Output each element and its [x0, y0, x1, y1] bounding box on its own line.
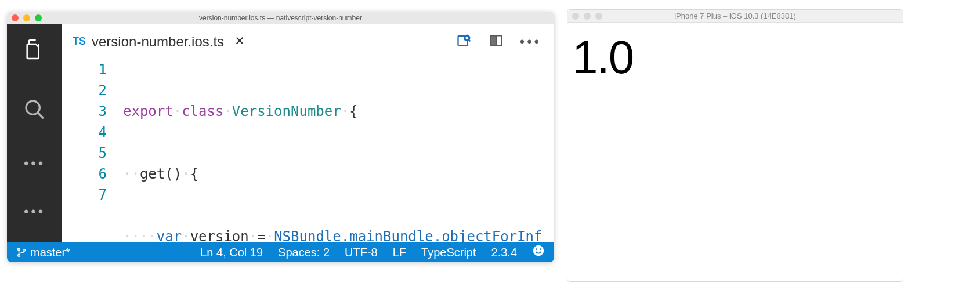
simulator-window-controls: [572, 13, 602, 20]
status-lncol[interactable]: Ln 4, Col 19: [200, 246, 263, 259]
status-spaces[interactable]: Spaces: 2: [278, 246, 330, 259]
editor-actions: •••: [456, 32, 554, 51]
window-title: version-number.ios.ts — nativescript-ver…: [7, 14, 554, 22]
code-line[interactable]: ····var·version·=·NSBundle.mainBundle.ob…: [123, 226, 554, 242]
line-number: 5: [62, 143, 107, 164]
line-number: 1: [62, 59, 107, 80]
svg-point-13: [23, 249, 26, 251]
status-encoding[interactable]: UTF-8: [345, 246, 378, 259]
vscode-titlebar[interactable]: version-number.ios.ts — nativescript-ver…: [7, 12, 554, 24]
preview-icon[interactable]: [456, 32, 472, 51]
version-display-text: 1.0: [572, 34, 898, 81]
git-branch-icon: [16, 247, 27, 258]
simulator-title: iPhone 7 Plus – iOS 10.3 (14E8301): [567, 12, 903, 20]
svg-point-11: [18, 248, 20, 251]
explorer-icon[interactable]: [21, 36, 49, 64]
more-actions-icon[interactable]: •••: [520, 34, 541, 50]
window-controls: [12, 14, 42, 21]
svg-point-14: [533, 245, 544, 256]
tab-file[interactable]: TS version-number.ios.ts: [62, 24, 255, 59]
tab-filename: version-number.ios.ts: [92, 34, 224, 50]
svg-rect-10: [490, 35, 496, 45]
split-editor-icon[interactable]: [489, 33, 504, 50]
simulator-screen[interactable]: 1.0: [567, 23, 903, 281]
activity-more-2-icon[interactable]: •••: [24, 204, 45, 220]
minimize-window-button[interactable]: [23, 14, 30, 21]
line-number: 7: [62, 184, 107, 205]
simulator-titlebar[interactable]: iPhone 7 Plus – iOS 10.3 (14E8301): [567, 10, 903, 23]
status-version[interactable]: 2.3.4: [491, 246, 517, 259]
svg-point-12: [18, 254, 20, 256]
vscode-window: version-number.ios.ts — nativescript-ver…: [7, 12, 554, 262]
editor-area: TS version-number.ios.ts: [62, 24, 554, 242]
tabs-row: TS version-number.ios.ts: [62, 24, 554, 59]
minimize-window-button[interactable]: [584, 13, 591, 20]
line-number: 4: [62, 122, 107, 143]
svg-line-7: [468, 39, 471, 41]
activity-more-icon[interactable]: •••: [24, 155, 45, 172]
close-window-button[interactable]: [12, 14, 19, 21]
svg-point-0: [26, 101, 39, 114]
line-number: 6: [62, 164, 107, 184]
line-number: 3: [62, 101, 107, 122]
line-number: 2: [62, 80, 107, 101]
simulator-window: iPhone 7 Plus – iOS 10.3 (14E8301) 1.0: [567, 9, 903, 282]
git-branch-name: master*: [30, 246, 70, 259]
feedback-icon[interactable]: [532, 244, 545, 260]
code-lines[interactable]: export·class·VersionNumber·{ ··get()·{ ·…: [123, 59, 554, 242]
line-gutter: 1 2 3 4 5 6 7: [62, 59, 123, 242]
close-window-button[interactable]: [572, 13, 579, 20]
svg-line-1: [38, 113, 44, 118]
activity-bar: ••• •••: [7, 24, 62, 242]
tab-ts-badge: TS: [73, 35, 86, 48]
maximize-window-button[interactable]: [35, 14, 42, 21]
git-branch-item[interactable]: master*: [16, 246, 70, 259]
maximize-window-button[interactable]: [595, 13, 602, 20]
status-eol[interactable]: LF: [393, 246, 406, 259]
close-tab-icon[interactable]: [234, 34, 245, 49]
status-language[interactable]: TypeScript: [421, 246, 476, 259]
svg-point-16: [540, 248, 541, 250]
code-line[interactable]: export·class·VersionNumber·{: [123, 101, 554, 122]
search-icon[interactable]: [21, 96, 49, 124]
code-editor[interactable]: 1 2 3 4 5 6 7 export·class·VersionNumber…: [62, 59, 554, 242]
status-bar: master* Ln 4, Col 19 Spaces: 2 UTF-8 LF …: [7, 242, 554, 262]
svg-point-15: [536, 248, 537, 250]
code-line[interactable]: ··get()·{: [123, 164, 554, 184]
